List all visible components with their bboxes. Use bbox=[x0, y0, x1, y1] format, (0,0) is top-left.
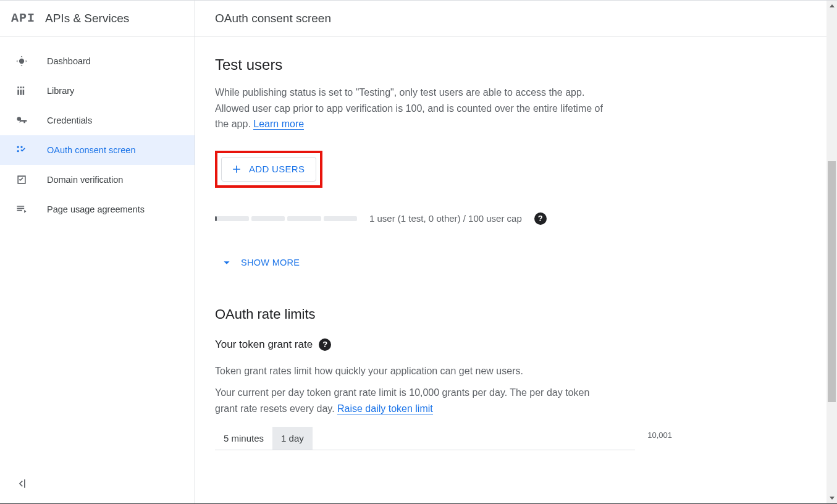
rate-limits-heading: OAuth rate limits bbox=[215, 306, 793, 322]
agreement-icon bbox=[15, 203, 28, 216]
sidebar-nav: Dashboard Library Credentials bbox=[0, 36, 195, 224]
help-icon[interactable]: ? bbox=[319, 338, 331, 351]
scrollbar[interactable] bbox=[826, 1, 837, 503]
svg-point-2 bbox=[17, 150, 19, 152]
test-users-description: While publishing status is set to "Testi… bbox=[215, 85, 616, 132]
sidebar-item-label: Dashboard bbox=[47, 56, 91, 66]
user-cap-progress bbox=[215, 216, 357, 221]
user-cap-text: 1 user (1 test, 0 other) / 100 user cap bbox=[369, 213, 522, 224]
sidebar-item-label: OAuth consent screen bbox=[47, 145, 135, 155]
sidebar-item-page-usage[interactable]: Page usage agreements bbox=[0, 195, 195, 224]
add-users-button[interactable]: ADD USERS bbox=[221, 157, 316, 182]
library-icon bbox=[15, 85, 28, 97]
main-content: OAuth consent screen Test users While pu… bbox=[195, 1, 826, 503]
page-title: OAuth consent screen bbox=[195, 1, 826, 36]
rate-limit-desc-2: Your current per day token grant rate li… bbox=[215, 385, 604, 416]
learn-more-link[interactable]: Learn more bbox=[253, 119, 304, 130]
sidebar-item-domain-verification[interactable]: Domain verification bbox=[0, 165, 195, 195]
rate-limit-desc-1: Token grant rates limit how quickly your… bbox=[215, 363, 616, 379]
help-icon[interactable]: ? bbox=[534, 212, 547, 225]
rate-limit-tabs: 5 minutes 1 day 10,001 bbox=[215, 427, 635, 450]
tab-1-day[interactable]: 1 day bbox=[272, 427, 313, 450]
svg-point-0 bbox=[17, 146, 19, 148]
sidebar-item-credentials[interactable]: Credentials bbox=[0, 106, 195, 135]
raise-limit-link[interactable]: Raise daily token limit bbox=[337, 403, 433, 414]
sidebar-item-label: Page usage agreements bbox=[47, 204, 145, 214]
sidebar-header: API APIs & Services bbox=[0, 1, 195, 36]
add-users-highlight: ADD USERS bbox=[215, 151, 322, 188]
caret-down-icon bbox=[829, 495, 835, 501]
show-more-label: SHOW MORE bbox=[241, 258, 300, 267]
sidebar: API APIs & Services Dashboard Library bbox=[0, 1, 195, 503]
scrollbar-thumb[interactable] bbox=[828, 161, 836, 402]
plus-icon bbox=[230, 163, 243, 175]
collapse-sidebar-button[interactable] bbox=[15, 477, 27, 492]
chevron-left-icon bbox=[15, 477, 27, 490]
sidebar-item-dashboard[interactable]: Dashboard bbox=[0, 46, 195, 76]
add-users-label: ADD USERS bbox=[249, 164, 305, 174]
show-more-button[interactable]: SHOW MORE bbox=[220, 256, 300, 269]
test-users-heading: Test users bbox=[215, 56, 793, 74]
caret-up-icon bbox=[829, 3, 835, 9]
sidebar-item-label: Credentials bbox=[47, 116, 92, 125]
sidebar-item-label: Library bbox=[47, 86, 74, 96]
sidebar-item-label: Domain verification bbox=[47, 175, 123, 185]
consent-icon bbox=[15, 144, 28, 156]
dashboard-icon bbox=[15, 55, 28, 67]
sidebar-item-library[interactable]: Library bbox=[0, 76, 195, 106]
user-cap-row: 1 user (1 test, 0 other) / 100 user cap … bbox=[215, 212, 793, 225]
scroll-down-button[interactable] bbox=[826, 492, 837, 503]
check-icon bbox=[15, 174, 28, 186]
chevron-down-icon bbox=[220, 256, 233, 269]
api-logo: API bbox=[11, 11, 35, 25]
tab-5-minutes[interactable]: 5 minutes bbox=[215, 427, 272, 450]
chart-axis-max: 10,001 bbox=[647, 430, 672, 440]
svg-point-1 bbox=[20, 146, 22, 148]
key-icon bbox=[15, 114, 28, 127]
scroll-up-button[interactable] bbox=[826, 1, 837, 12]
sidebar-title: APIs & Services bbox=[45, 12, 129, 25]
sidebar-item-oauth-consent[interactable]: OAuth consent screen bbox=[0, 135, 195, 165]
token-grant-subheading: Your token grant rate ? bbox=[215, 338, 793, 351]
